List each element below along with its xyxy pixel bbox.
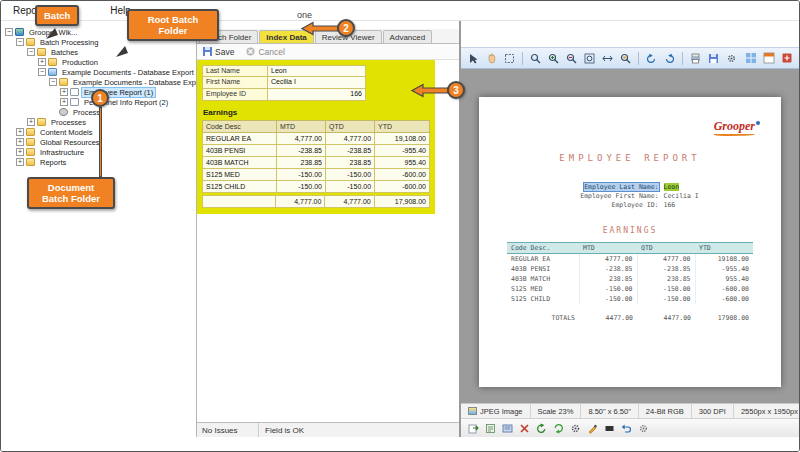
document-viewer-canvas[interactable]: Grooper EMPLOYEE REPORT Employee Last Na…: [461, 69, 799, 403]
cell[interactable]: -238.85: [325, 145, 374, 157]
cell[interactable]: REGULAR EA: [203, 133, 277, 145]
cell[interactable]: 238.85: [276, 157, 325, 169]
export-icon[interactable]: [466, 421, 480, 435]
tree-item-label: Global Resources: [38, 138, 102, 147]
cancel-button[interactable]: Cancel: [246, 47, 284, 57]
callout-document-batch-folder: Document Batch Folder: [27, 177, 115, 209]
zoom-in-icon[interactable]: [545, 50, 562, 67]
cell[interactable]: -600.00: [375, 169, 430, 181]
tree-item-batch[interactable]: −Example Documents - Database Export: [1, 67, 196, 77]
tree-item-label: Processes: [49, 118, 88, 127]
save-button[interactable]: Save: [203, 47, 234, 57]
recycle-icon[interactable]: [551, 421, 565, 435]
process-icon[interactable]: [568, 421, 582, 435]
folder-icon: [37, 48, 46, 56]
annotations-icon[interactable]: [778, 50, 795, 67]
pixel-size-status: 2550px x 1950px: [734, 404, 799, 418]
field-label: Last Name: [202, 65, 268, 77]
delete-icon[interactable]: [517, 421, 531, 435]
field-input[interactable]: Leon: [268, 65, 366, 77]
classify-icon[interactable]: [500, 421, 514, 435]
cell: 4777.00: [579, 254, 637, 265]
settings-icon[interactable]: [636, 421, 650, 435]
document-page[interactable]: Grooper EMPLOYEE REPORT Employee Last Na…: [479, 97, 781, 387]
cell: -238.85: [637, 264, 695, 274]
undo-icon[interactable]: [619, 421, 633, 435]
cell[interactable]: 19,108.00: [375, 133, 430, 145]
col-header[interactable]: QTD: [325, 121, 374, 133]
field-label: Employee ID:: [527, 201, 659, 210]
totals-cell: 4477.00: [579, 313, 637, 323]
collapse-icon[interactable]: −: [49, 78, 57, 86]
tree-item-label: Production: [60, 58, 100, 67]
cell[interactable]: -600.00: [375, 181, 430, 193]
cell[interactable]: S125 MED: [203, 169, 277, 181]
rotate-left-icon[interactable]: [643, 50, 660, 67]
zoom-out-icon[interactable]: [563, 50, 580, 67]
zoom-fit-icon[interactable]: [581, 50, 598, 67]
cell[interactable]: 403B MATCH: [203, 157, 277, 169]
cell: -150.00: [637, 284, 695, 294]
table-row: 403B MATCH 238.85 238.85 955.40: [203, 157, 430, 169]
expand-icon[interactable]: +: [16, 158, 24, 166]
callout-badge-2: 2: [337, 19, 355, 37]
tree-item-root-batch-folder[interactable]: −Example Documents - Database Export: [1, 77, 196, 87]
rotate-right-icon[interactable]: [661, 50, 678, 67]
cell[interactable]: 403B PENSI: [203, 145, 277, 157]
redact-icon[interactable]: [602, 421, 616, 435]
magnifier-icon[interactable]: [527, 50, 544, 67]
cell[interactable]: -150.00: [325, 181, 374, 193]
split-view-icon[interactable]: [760, 50, 777, 67]
save-image-icon[interactable]: [705, 50, 722, 67]
collapse-icon[interactable]: −: [38, 68, 46, 76]
refresh-icon[interactable]: [534, 421, 548, 435]
document-earnings-table: Code Desc. MTD QTD YTD REGULAR EA 4777.0…: [507, 242, 753, 304]
expand-icon[interactable]: +: [38, 58, 46, 66]
expand-icon[interactable]: +: [16, 138, 24, 146]
cell[interactable]: 4,777.00: [325, 133, 374, 145]
zoom-actual-icon[interactable]: [617, 50, 634, 67]
region-select-icon[interactable]: [501, 50, 518, 67]
extracted-value-highlight[interactable]: Leon: [664, 183, 680, 191]
tree-item-production[interactable]: +Production: [1, 57, 196, 67]
expand-icon[interactable]: +: [60, 88, 68, 96]
cell[interactable]: 955.40: [375, 157, 430, 169]
print-icon[interactable]: [687, 50, 704, 67]
collapse-icon[interactable]: −: [27, 48, 35, 56]
cell[interactable]: -150.00: [325, 169, 374, 181]
col-header[interactable]: Code Desc: [203, 121, 277, 133]
cell[interactable]: S125 CHILD: [203, 181, 277, 193]
expand-icon[interactable]: +: [16, 128, 24, 136]
image-icon: [468, 407, 477, 415]
tab-advanced[interactable]: Advanced: [383, 30, 433, 43]
cell: -955.40: [695, 264, 753, 274]
col-header[interactable]: MTD: [276, 121, 325, 133]
toolbar-separator: [682, 52, 683, 65]
cell[interactable]: -238.85: [276, 145, 325, 157]
collapse-icon[interactable]: −: [16, 38, 24, 46]
expand-icon[interactable]: +: [16, 148, 24, 156]
cell[interactable]: -150.00: [276, 181, 325, 193]
pan-hand-icon[interactable]: [483, 50, 500, 67]
expand-icon[interactable]: +: [60, 98, 68, 106]
ink-icon[interactable]: [585, 421, 599, 435]
cell[interactable]: 238.85: [325, 157, 374, 169]
tree-item-batches[interactable]: −Batches: [1, 47, 196, 57]
field-input[interactable]: 166: [268, 89, 366, 101]
image-viewer-panel: Grooper EMPLOYEE REPORT Employee Last Na…: [461, 21, 799, 437]
field-input[interactable]: Cecilia I: [268, 77, 366, 89]
cell[interactable]: -150.00: [276, 169, 325, 181]
col-header[interactable]: YTD: [375, 121, 430, 133]
pointer-icon[interactable]: [465, 50, 482, 67]
extract-icon[interactable]: [483, 421, 497, 435]
thumbnail-view-icon[interactable]: [742, 50, 759, 67]
collapse-icon[interactable]: −: [5, 28, 13, 36]
image-settings-icon[interactable]: [723, 50, 740, 67]
cell[interactable]: 4,777.00: [276, 133, 325, 145]
highlighted-field-label[interactable]: Employee Last Name:: [584, 183, 658, 191]
zoom-width-icon[interactable]: [599, 50, 616, 67]
expand-icon[interactable]: +: [27, 118, 35, 126]
cell: -150.00: [637, 294, 695, 304]
cell[interactable]: -955.40: [375, 145, 430, 157]
document-field-row: Employee Last Name: Leon: [479, 183, 781, 192]
